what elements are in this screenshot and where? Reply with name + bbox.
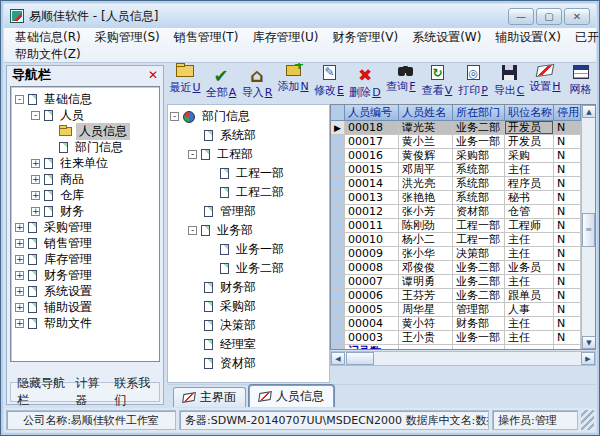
table-row[interactable]: 00013 张艳艳 系统部 秘书 N bbox=[331, 191, 595, 205]
row-selector-cell[interactable] bbox=[331, 331, 345, 345]
menu-item[interactable]: 财务管理(V) bbox=[326, 28, 406, 47]
nav-tree-item[interactable]: + 帮助文件 bbox=[11, 315, 159, 331]
department-tree-item[interactable]: 经理室 bbox=[168, 335, 329, 354]
department-tree-item[interactable]: 工程二部 bbox=[168, 183, 329, 202]
toolbar-button[interactable]: 导出C bbox=[491, 63, 527, 103]
tree-expander-icon[interactable]: + bbox=[31, 175, 40, 184]
row-selector-cell[interactable] bbox=[331, 289, 345, 303]
column-header[interactable]: 停用 bbox=[554, 105, 581, 121]
department-tree-item[interactable]: 工程一部 bbox=[168, 164, 329, 183]
table-row[interactable]: 00006 王芬芳 业务二部 跟单员 N bbox=[331, 289, 595, 303]
resize-grip[interactable] bbox=[581, 410, 594, 430]
nav-tree-item[interactable]: + 仓库 bbox=[11, 187, 159, 203]
row-selector-cell[interactable] bbox=[331, 177, 345, 191]
window-tab[interactable]: 人员信息 bbox=[249, 385, 334, 407]
scroll-left-icon[interactable]: ◀ bbox=[331, 352, 345, 365]
table-row[interactable]: 00004 黄小符 财务部 主任 N bbox=[331, 317, 595, 331]
toolbar-button[interactable]: 打印P bbox=[455, 63, 491, 103]
nav-tree-item[interactable]: - 人员 bbox=[11, 107, 159, 123]
table-row[interactable]: ▶ 00018 谭光英 业务二部 开发员 N bbox=[331, 121, 595, 135]
row-selector-cell[interactable] bbox=[331, 303, 345, 317]
table-row[interactable]: 00010 杨小二 工程一部 主任 N bbox=[331, 233, 595, 247]
nav-tree-item[interactable]: + 辅助设置 bbox=[11, 299, 159, 315]
toolbar-button[interactable]: 全部A bbox=[203, 63, 239, 103]
department-tree-item[interactable]: 系统部 bbox=[168, 126, 329, 145]
tree-expander-icon[interactable]: + bbox=[15, 223, 24, 232]
nav-close-icon[interactable]: ✕ bbox=[148, 68, 158, 82]
tree-expander-icon[interactable]: - bbox=[31, 111, 40, 120]
menu-item[interactable]: 辅助设置(X) bbox=[488, 28, 568, 47]
tree-expander-icon[interactable]: + bbox=[31, 159, 40, 168]
row-selector-cell[interactable] bbox=[331, 205, 345, 219]
department-tree-item[interactable]: - 部门信息 bbox=[168, 107, 329, 126]
row-selector-cell[interactable] bbox=[331, 135, 345, 149]
toolbar-button[interactable]: 最近U bbox=[167, 63, 203, 103]
tree-expander-icon[interactable]: + bbox=[15, 319, 24, 328]
tree-expander-icon[interactable]: + bbox=[15, 271, 24, 280]
tree-expander-icon[interactable]: + bbox=[15, 255, 24, 264]
window-tab[interactable]: 主界面 bbox=[173, 387, 246, 407]
department-tree-item[interactable]: - 业务部 bbox=[168, 221, 329, 240]
nav-footer-link[interactable]: 计算器 bbox=[75, 375, 104, 407]
vertical-scrollbar[interactable]: ▲ ≡ ▼ bbox=[581, 105, 595, 349]
row-selector-cell[interactable] bbox=[331, 261, 345, 275]
department-tree-item[interactable]: 资材部 bbox=[168, 354, 329, 373]
tree-expander-icon[interactable]: - bbox=[15, 95, 24, 104]
table-row[interactable]: 00016 黄俊辉 采购部 采购 N bbox=[331, 149, 595, 163]
tree-expander-icon[interactable]: - bbox=[188, 150, 197, 159]
toolbar-button[interactable]: 查看V bbox=[419, 63, 455, 103]
tree-expander-icon[interactable]: + bbox=[15, 239, 24, 248]
row-selector-cell[interactable] bbox=[331, 163, 345, 177]
column-header[interactable]: 所在部门 bbox=[453, 105, 505, 121]
close-button[interactable]: ✕ bbox=[564, 8, 590, 25]
row-selector-cell[interactable] bbox=[331, 275, 345, 289]
nav-tree-item[interactable]: + 往来单位 bbox=[11, 155, 159, 171]
tree-expander-icon[interactable]: + bbox=[15, 287, 24, 296]
row-selector-cell[interactable] bbox=[331, 149, 345, 163]
nav-tree-item[interactable]: 人员信息 bbox=[11, 123, 159, 139]
horizontal-scrollbar[interactable]: ◀ ▶ bbox=[330, 351, 596, 366]
toolbar-button[interactable]: 修改E bbox=[311, 63, 347, 103]
tree-expander-icon[interactable]: - bbox=[170, 112, 179, 121]
row-selector-cell[interactable] bbox=[331, 219, 345, 233]
table-row[interactable]: 00012 张小芳 资材部 仓管 N bbox=[331, 205, 595, 219]
menu-item[interactable]: 系统设置(W) bbox=[405, 28, 488, 47]
nav-tree-item[interactable]: - 基础信息 bbox=[11, 91, 159, 107]
tree-expander-icon[interactable]: + bbox=[15, 303, 24, 312]
scroll-down-icon[interactable]: ▼ bbox=[582, 336, 596, 349]
table-row[interactable]: 00005 周华星 管理部 人事 N bbox=[331, 303, 595, 317]
tree-expander-icon[interactable]: + bbox=[31, 207, 40, 216]
row-selector-cell[interactable]: ▶ bbox=[331, 121, 345, 135]
toolbar-button[interactable]: 导入R bbox=[239, 63, 275, 103]
nav-tree-item[interactable]: + 系统设置 bbox=[11, 283, 159, 299]
tree-expander-icon[interactable]: + bbox=[31, 191, 40, 200]
row-selector-cell[interactable] bbox=[331, 247, 345, 261]
scrollbar-thumb[interactable] bbox=[346, 352, 374, 365]
table-row[interactable]: 00014 洪光亮 系统部 程序员 N bbox=[331, 177, 595, 191]
table-row[interactable]: 00003 王小贵 业务一部 主任 N bbox=[331, 331, 595, 345]
scroll-right-icon[interactable]: ▶ bbox=[581, 352, 595, 365]
table-row[interactable]: 00011 陈刚劲 工程一部 工程师 N bbox=[331, 219, 595, 233]
nav-tree-item[interactable]: + 库存管理 bbox=[11, 251, 159, 267]
minimize-button[interactable]: — bbox=[508, 8, 534, 25]
nav-tree-item[interactable]: 部门信息 bbox=[11, 139, 159, 155]
toolbar-button[interactable]: 删除D bbox=[347, 63, 383, 103]
department-tree-item[interactable]: 财务部 bbox=[168, 278, 329, 297]
department-tree-item[interactable]: 采购部 bbox=[168, 297, 329, 316]
menu-item[interactable]: 销售管理(T) bbox=[167, 28, 246, 47]
department-tree-item[interactable]: 决策部 bbox=[168, 316, 329, 335]
nav-tree-item[interactable]: + 销售管理 bbox=[11, 235, 159, 251]
tree-expander-icon[interactable]: - bbox=[188, 226, 197, 235]
column-header[interactable]: 职位名称 bbox=[505, 105, 554, 121]
toolbar-button[interactable]: 网格 bbox=[563, 63, 596, 103]
nav-tree-item[interactable]: + 财务 bbox=[11, 203, 159, 219]
toolbar-button[interactable]: 查询F bbox=[383, 63, 419, 103]
nav-tree-item[interactable]: + 商品 bbox=[11, 171, 159, 187]
nav-tree-item[interactable]: + 采购管理 bbox=[11, 219, 159, 235]
row-selector-cell[interactable] bbox=[331, 317, 345, 331]
column-header[interactable]: 人员编号 bbox=[345, 105, 399, 121]
toolbar-button[interactable]: 添加N bbox=[275, 63, 311, 103]
maximize-button[interactable]: ▢ bbox=[536, 8, 562, 25]
scroll-up-icon[interactable]: ▲ bbox=[582, 105, 596, 118]
table-row[interactable]: 00009 张小华 决策部 主任 N bbox=[331, 247, 595, 261]
